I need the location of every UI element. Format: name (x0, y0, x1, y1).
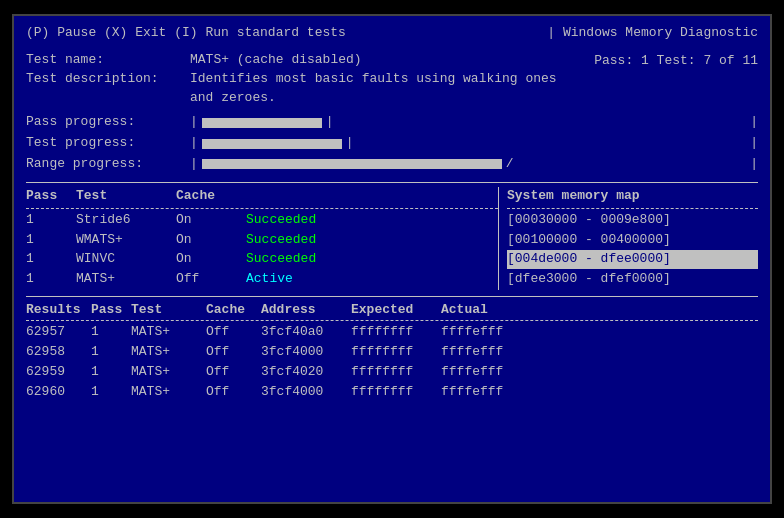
row4-pass: 1 (26, 270, 76, 289)
results-header-expected: Expected (351, 301, 441, 320)
res3-cache: Off (206, 383, 261, 402)
results-row: 62958 1 MATS+ Off 3fcf4000 ffffffff ffff… (26, 343, 758, 362)
res1-actual: ffffefff (441, 343, 521, 362)
res1-cache: Off (206, 343, 261, 362)
table-row: 1 Stride6 On Succeeded (26, 211, 498, 230)
table-row: 1 WMATS+ On Succeeded (26, 231, 498, 250)
test-info-section: Test name: MATS+ (cache disabled) Pass: … (26, 51, 758, 108)
pass-progress-label: Pass progress: (26, 113, 186, 132)
test-name-label: Test name: (26, 51, 186, 70)
screen: (P) Pause (X) Exit (I) Run standard test… (12, 14, 772, 504)
res2-pass: 1 (91, 363, 131, 382)
pass-progress-start: | (190, 113, 198, 132)
table-row: 1 MATS+ Off Active (26, 270, 498, 289)
row1-status: Succeeded (246, 211, 346, 230)
range-progress-slash: / (506, 155, 514, 174)
res2-expected: ffffffff (351, 363, 441, 382)
row4-test: MATS+ (76, 270, 176, 289)
row2-test: WMATS+ (76, 231, 176, 250)
results-row: 62960 1 MATS+ Off 3fcf4000 ffffffff ffff… (26, 383, 758, 402)
header-test: Test (76, 187, 176, 206)
results-header-test: Test (131, 301, 206, 320)
row1-test: Stride6 (76, 211, 176, 230)
results-row: 62959 1 MATS+ Off 3fcf4020 ffffffff ffff… (26, 363, 758, 382)
res0-test: MATS+ (131, 323, 206, 342)
test-desc-value: Identifies most basic faults using walki… (190, 70, 557, 89)
test-desc-row2: and zeroes. (26, 89, 758, 108)
row2-status: Succeeded (246, 231, 346, 250)
test-progress-row: Test progress: | | | (26, 134, 758, 153)
row3-cache: On (176, 250, 246, 269)
pass-progress-bar (202, 118, 322, 128)
results-header-cache: Cache (206, 301, 261, 320)
test-desc-label2 (26, 89, 186, 108)
res0-results: 62957 (26, 323, 91, 342)
res3-pass: 1 (91, 383, 131, 402)
results-header-results: Results (26, 301, 91, 320)
test-progress-end: | (750, 134, 758, 153)
results-header-pass: Pass (91, 301, 131, 320)
row3-test: WINVC (76, 250, 176, 269)
test-desc-label: Test description: (26, 70, 186, 89)
res1-expected: ffffffff (351, 343, 441, 362)
row1-pass: 1 (26, 211, 76, 230)
test-table-panel: Pass Test Cache 1 Stride6 On Succeeded 1… (26, 187, 498, 290)
res0-expected: ffffffff (351, 323, 441, 342)
test-desc-row: Test description: Identifies most basic … (26, 70, 758, 89)
res2-results: 62959 (26, 363, 91, 382)
row4-cache: Off (176, 270, 246, 289)
test-name-value: MATS+ (cache disabled) (190, 51, 362, 70)
res0-address: 3fcf40a0 (261, 323, 351, 342)
row2-pass: 1 (26, 231, 76, 250)
res3-expected: ffffffff (351, 383, 441, 402)
res0-cache: Off (206, 323, 261, 342)
row2-cache: On (176, 231, 246, 250)
results-row: 62957 1 MATS+ Off 3fcf40a0 ffffffff ffff… (26, 323, 758, 342)
test-progress-end-marker: | (346, 134, 354, 153)
row4-status: Active (246, 270, 346, 289)
test-table-header: Pass Test Cache (26, 187, 498, 209)
results-header-actual: Actual (441, 301, 521, 320)
range-progress-row: Range progress: | / | (26, 155, 758, 174)
range-progress-start: | (190, 155, 198, 174)
memory-row-3: [dfee3000 - dfef0000] (507, 270, 758, 289)
test-desc-value2: and zeroes. (190, 89, 276, 108)
res2-actual: ffffefff (441, 363, 521, 382)
res2-test: MATS+ (131, 363, 206, 382)
header-cache: Cache (176, 187, 246, 206)
top-bar: (P) Pause (X) Exit (I) Run standard test… (26, 24, 758, 43)
range-progress-bar (202, 159, 502, 169)
test-progress-start: | (190, 134, 198, 153)
row1-cache: On (176, 211, 246, 230)
res3-results: 62960 (26, 383, 91, 402)
test-progress-label: Test progress: (26, 134, 186, 153)
pass-progress-end-marker: | (326, 113, 334, 132)
app-title: | Windows Memory Diagnostic (547, 24, 758, 43)
row3-pass: 1 (26, 250, 76, 269)
test-name-row: Test name: MATS+ (cache disabled) Pass: … (26, 51, 758, 70)
res2-cache: Off (206, 363, 261, 382)
pass-progress-end: | (750, 113, 758, 132)
header-pass: Pass (26, 187, 76, 206)
results-header: Results Pass Test Cache Address Expected… (26, 301, 758, 321)
res3-address: 3fcf4000 (261, 383, 351, 402)
results-section: Results Pass Test Cache Address Expected… (26, 296, 758, 401)
pass-progress-row: Pass progress: | | | (26, 113, 758, 132)
memory-row-0: [00030000 - 0009e800] (507, 211, 758, 230)
pass-info: Pass: 1 Test: 7 of 11 (594, 52, 758, 71)
progress-section: Pass progress: | | | Test progress: | | … (26, 113, 758, 174)
test-progress-bar (202, 139, 342, 149)
main-divider (26, 182, 758, 183)
range-progress-end: | (750, 155, 758, 174)
controls-label: (P) Pause (X) Exit (I) Run standard test… (26, 24, 346, 43)
res1-test: MATS+ (131, 343, 206, 362)
res1-address: 3fcf4000 (261, 343, 351, 362)
range-progress-label: Range progress: (26, 155, 186, 174)
memory-map-panel: System memory map [00030000 - 0009e800] … (498, 187, 758, 290)
memory-row-2: [004de000 - dfee0000] (507, 250, 758, 269)
memory-row-1: [00100000 - 00400000] (507, 231, 758, 250)
results-header-address: Address (261, 301, 351, 320)
res0-pass: 1 (91, 323, 131, 342)
main-content: Pass Test Cache 1 Stride6 On Succeeded 1… (26, 187, 758, 290)
res3-test: MATS+ (131, 383, 206, 402)
